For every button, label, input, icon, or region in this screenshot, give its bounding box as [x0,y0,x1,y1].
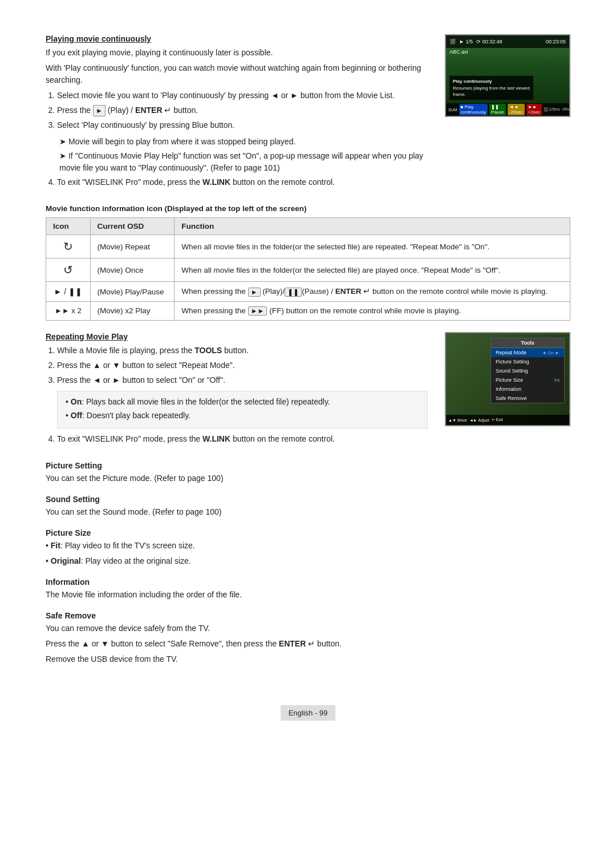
col-osd: Current OSD [90,218,175,235]
picture-size-original: • Original: Play video at the original s… [46,555,570,567]
footer-label: English - 99 [281,705,336,721]
fn-once: When all movie files in the folder(or th… [175,258,570,282]
step-4: To exit "WISELINK Pro" mode, press the W… [57,176,428,188]
arrow-note-1: Movie will begin to play from where it w… [59,136,428,148]
menu-label-sound: Sound Setting [496,368,528,374]
play-button-inline: ► [93,105,106,116]
screen-play: ► 1/5 [459,39,473,45]
pause-btn: ❚❚ Pause [489,104,506,115]
play-btn-ref: ► [248,288,261,297]
repeating-title: Repeating Movie Play [46,332,428,341]
sum-label: SUM [448,108,457,112]
picture-setting-title: Picture Setting [46,461,570,470]
osd-once: (Movie) Once [90,258,175,282]
screen-content: 🎬 ► 1/5 ⟳ 00:32:48 00:23:05 ABC.avi Play… [446,35,569,116]
rep-step-2: Press the ▲ or ▼ button to select "Repea… [57,359,428,371]
screen-filename: ABC.avi [449,49,468,55]
pause-btn-ref: ❚❚ [285,288,302,297]
repeating-steps: While a Movie file is playing, press the… [57,345,428,386]
screen-icon: 🎬 [449,39,456,45]
fn-playpause: When pressing the ► (Play)/❚❚(Pause) / E… [175,282,570,301]
safe-remove-text2: Press the ▲ or ▼ button to select "Safe … [46,638,570,650]
repeating-section: Repeating Movie Play While a Movie file … [46,332,570,450]
menu-label-picture: Picture Setting [496,359,529,365]
tv-screenshot: 🎬 ► 1/5 ⟳ 00:32:48 00:23:05 ABC.avi Play… [445,34,570,117]
screen-time: 00:23:05 [546,39,566,45]
screen-top-bar: 🎬 ► 1/5 ⟳ 00:32:48 00:23:05 [446,35,569,48]
overlay-line2: Resumes playing from the last viewed [453,85,530,91]
adjust-label: ◄► Adjust [469,418,489,422]
osd-repeat: (Movie) Repeat [90,235,175,258]
tools-menu-box: Tools Repeat Mode ◄ On ► Picture Setting… [491,338,565,403]
information-title: Information [46,577,570,587]
playing-movie-text: Playing movie continuously If you exit p… [46,34,428,193]
picture-setting-section: Picture Setting You can set the Picture … [46,461,570,484]
menu-item-picture: Picture Setting [491,357,564,366]
steps-playing: Select movie file you want to 'Play cont… [57,90,428,131]
bullet-on: • On: Plays back all movie files in the … [66,396,419,408]
table-row: ►► x 2 (Movie) x2 Play When pressing the… [46,301,570,320]
movie-fn-title: Movie function information icon (Display… [46,204,570,213]
table-row: ↻ (Movie) Repeat When all movie files in… [46,235,570,258]
menu-label-size: Picture Size [496,377,523,383]
tools-bg: Tools Repeat Mode ◄ On ► Picture Setting… [446,333,569,425]
sound-setting-text: You can set the Sound mode. (Refer to pa… [46,506,570,518]
movie-fn-section: Movie function information icon (Display… [46,204,570,321]
icon-x2: ►► x 2 [46,301,91,320]
osd-x2: (Movie) x2 Play [90,301,175,320]
footer-wrapper: English - 99 [46,682,570,721]
arrow-note-2: If "Continuous Movie Play Help" function… [59,150,428,174]
playing-movie-section: Playing movie continuously If you exit p… [46,34,570,193]
move-label: ▲▼ Move [448,418,467,422]
intro-2: With 'Play continuously' function, you c… [46,62,428,86]
steps-playing-cont: To exit "WISELINK Pro" mode, press the W… [57,176,428,188]
osd-playpause: (Movie) Play/Pause [90,282,175,301]
table-row: ► / ❚❚ (Movie) Play/Pause When pressing … [46,282,570,301]
fn-repeat: When all movie files in the folder(or th… [175,235,570,258]
tools-menu-container: Tools Repeat Mode ◄ On ► Picture Setting… [445,332,570,450]
menu-item-size: Picture Size Fit [491,375,564,385]
rep-step-4: To exit "WISELINK Pro" mode, press the W… [57,433,428,445]
picture-size-section: Picture Size • Fit: Play video to fit th… [46,528,570,567]
menu-val-size: Fit [554,378,560,383]
screen-repeat: ⟳ 00:32:48 [476,39,502,45]
menu-label-info: Information [496,386,521,392]
information-text: The Movie file information including the… [46,589,570,601]
step-2: Press the ► (Play) / ENTER ↵ button. [57,104,428,116]
tools-menu: Tools Repeat Mode ◄ On ► Picture Setting… [445,332,570,426]
repeat-text: Repeating Movie Play While a Movie file … [46,332,428,450]
return-btn: ↺Return [562,107,570,112]
menu-item-sound: Sound Setting [491,366,564,375]
sound-setting-section: Sound Setting You can set the Sound mode… [46,495,570,518]
sound-setting-title: Sound Setting [46,495,570,504]
safe-remove-title: Safe Remove [46,611,570,620]
fwd-btn: ►► +2sec [526,104,542,115]
play-cont-btn: ■ Play continuously [459,104,488,115]
screen-overlay: Play continuously Resumes playing from t… [449,76,533,100]
col-icon: Icon [46,218,91,235]
overlay-line1: Play continuously [453,78,530,84]
screen-bottom-bar: SUM ■ Play continuously ❚❚ Pause ◄◄ -20s… [446,103,569,116]
picture-size-title: Picture Size [46,528,570,537]
step-3: Select 'Play continuously' by pressing B… [57,119,428,131]
ff-btn-ref: ►► [248,306,268,316]
information-section: Information The Movie file information i… [46,577,570,601]
bullet-off: • Off: Doesn't play back repeatedly. [66,410,419,422]
icon-playpause: ► / ❚❚ [46,282,91,301]
overlay-line3: frame. [453,91,530,98]
fn-x2: When pressing the ►► (FF) button on the … [175,301,570,320]
table-header-row: Icon Current OSD Function [46,218,570,235]
step-1: Select movie file you want to 'Play cont… [57,90,428,102]
repeating-steps-cont: To exit "WISELINK Pro" mode, press the W… [57,433,428,445]
picture-size-fit: • Fit: Play video to fit the TV's screen… [46,540,570,552]
hrs-label: ⬛1/5hrs [544,107,560,112]
movie-fn-table: Icon Current OSD Function ↻ (Movie) Repe… [46,217,570,321]
exit-label: ↵ Exit [492,418,503,422]
tools-bottom-bar: ▲▼ Move ◄► Adjust ↵ Exit [446,415,569,425]
menu-item-info: Information [491,385,564,394]
menu-label-repeat: Repeat Mode [496,350,526,355]
rep-step-3: Press the ◄ or ► button to select "On" o… [57,374,428,386]
icon-repeat: ↻ [46,235,91,258]
bullet-block: • On: Plays back all movie files in the … [57,391,428,428]
icon-once: ↺ [46,258,91,282]
